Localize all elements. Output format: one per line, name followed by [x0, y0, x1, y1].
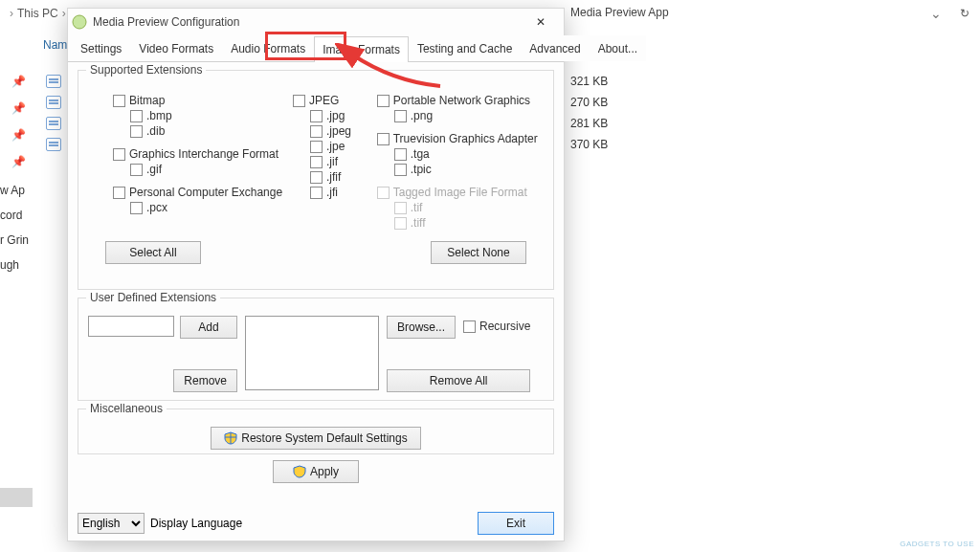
size-cell: 321 KB — [570, 75, 608, 88]
select-all-button[interactable]: Select All — [105, 241, 201, 264]
shield-icon — [293, 465, 306, 478]
exit-button[interactable]: Exit — [478, 512, 554, 535]
file-icon — [46, 117, 61, 130]
format-column-2: JPEG .jpg .jpeg .jpe .jif .jfif .jfi — [293, 94, 360, 232]
group-supported-extensions: Supported Extensions Bitmap .bmp .dib Gr… — [78, 70, 554, 290]
checkbox-bmp[interactable]: .bmp — [130, 109, 276, 122]
language-select[interactable]: English — [78, 513, 145, 534]
checkbox-png[interactable]: .png — [394, 109, 544, 122]
sidebar-item[interactable]: r Grin — [0, 233, 29, 247]
select-none-button[interactable]: Select None — [431, 241, 526, 264]
checkbox-png-group[interactable]: Portable Network Graphics — [377, 94, 544, 107]
checkbox-jfi[interactable]: .jfi — [310, 186, 360, 199]
checkbox-jpeg-group[interactable]: JPEG — [293, 94, 360, 107]
checkbox-pcx[interactable]: .pcx — [130, 201, 276, 214]
expand-icon[interactable]: ⌄ — [930, 6, 942, 21]
sidebar-fragments: w Ap cord r Grin ugh — [0, 184, 29, 272]
format-column-1: Bitmap .bmp .dib Graphics Interchange Fo… — [113, 94, 276, 232]
checkbox-tiff: .tiff — [394, 216, 544, 230]
browse-button[interactable]: Browse... — [387, 316, 456, 339]
restore-defaults-button[interactable]: Restore System Default Settings — [211, 427, 421, 450]
checkbox-gif-group[interactable]: Graphics Interchange Format — [113, 147, 276, 161]
group-miscellaneous: Miscellaneous Restore System Default Set… — [78, 408, 554, 454]
explorer-folder-title: Media Preview App — [570, 6, 669, 19]
tab-about[interactable]: About... — [590, 35, 646, 61]
close-button[interactable]: ✕ — [522, 11, 560, 33]
checkbox-tga-group[interactable]: Truevision Graphics Adapter — [377, 132, 544, 145]
tab-image-formats[interactable]: Image Formats — [314, 36, 409, 62]
tab-strip: Settings Video Formats Audio Formats Ima… — [68, 35, 564, 62]
checkbox-jif[interactable]: .jif — [310, 155, 360, 168]
checkbox-jpg[interactable]: .jpg — [310, 109, 360, 122]
remove-all-button[interactable]: Remove All — [387, 369, 530, 392]
size-cell: 270 KB — [570, 96, 608, 109]
pin-icon: 📌 — [11, 128, 26, 142]
file-row[interactable] — [46, 117, 61, 130]
group-title: Miscellaneous — [86, 402, 167, 415]
checkbox-tga[interactable]: .tga — [394, 147, 544, 161]
tab-audio-formats[interactable]: Audio Formats — [222, 35, 314, 61]
checkbox-tif-group: Tagged Image File Format — [377, 186, 544, 199]
file-row[interactable] — [46, 96, 61, 109]
column-header-name[interactable]: Nam — [43, 38, 67, 52]
file-icon — [46, 96, 61, 109]
checkbox-gif[interactable]: .gif — [130, 163, 276, 176]
chevron-icon: › — [62, 7, 66, 20]
group-title: Supported Extensions — [86, 63, 206, 77]
dialog-title: Media Preview Configuration — [93, 15, 239, 29]
pin-icon: 📌 — [11, 75, 26, 88]
svg-point-0 — [73, 15, 86, 29]
pin-icon: 📌 — [11, 155, 26, 168]
close-icon: ✕ — [536, 15, 546, 29]
dialog-footer: English Display Language Exit — [78, 512, 554, 535]
dialog-titlebar[interactable]: Media Preview Configuration ✕ — [68, 9, 564, 35]
checkbox-bitmap[interactable]: Bitmap — [113, 94, 276, 107]
size-cell: 370 KB — [570, 138, 608, 151]
add-button[interactable]: Add — [180, 316, 237, 339]
checkbox-recursive[interactable]: Recursive — [463, 320, 530, 333]
file-row[interactable] — [46, 75, 61, 88]
refresh-button[interactable]: ↻ — [955, 4, 974, 23]
checkbox-tif: .tif — [394, 201, 544, 214]
checkbox-dib[interactable]: .dib — [130, 124, 276, 138]
display-language-label: Display Language — [150, 517, 242, 530]
watermark: GADGETS TO USE — [900, 540, 974, 548]
app-icon — [72, 14, 87, 30]
file-row[interactable] — [46, 138, 61, 151]
extensions-listbox[interactable] — [245, 316, 379, 390]
checkbox-pcx-group[interactable]: Personal Computer Exchange — [113, 186, 276, 199]
pin-column: 📌 📌 📌 📌 — [11, 75, 26, 168]
tab-advanced[interactable]: Advanced — [521, 35, 589, 61]
tab-video-formats[interactable]: Video Formats — [130, 35, 222, 61]
chevron-icon: › — [10, 7, 13, 20]
remove-button[interactable]: Remove — [173, 369, 237, 392]
size-cell: 281 KB — [570, 117, 608, 130]
checkbox-jfif[interactable]: .jfif — [310, 170, 360, 184]
sidebar-item[interactable]: cord — [0, 209, 29, 222]
shield-icon — [224, 431, 237, 445]
file-icon — [46, 75, 61, 88]
tab-settings[interactable]: Settings — [72, 35, 130, 61]
breadcrumb-this-pc[interactable]: This PC — [17, 7, 58, 20]
refresh-icon: ↻ — [960, 7, 969, 20]
sidebar-item[interactable]: ugh — [0, 258, 29, 272]
extension-input[interactable] — [88, 316, 174, 337]
apply-button[interactable]: Apply — [273, 460, 359, 483]
sidebar-selection — [0, 488, 33, 507]
config-dialog: Media Preview Configuration ✕ Settings V… — [67, 8, 565, 541]
group-user-extensions: User Defined Extensions Add Remove Brows… — [78, 298, 554, 401]
pin-icon: 📌 — [11, 101, 26, 115]
checkbox-jpe[interactable]: .jpe — [310, 140, 360, 153]
checkbox-tpic[interactable]: .tpic — [394, 163, 544, 176]
format-column-3: Portable Network Graphics .png Truevisio… — [377, 94, 544, 232]
tab-testing-cache[interactable]: Testing and Cache — [409, 35, 521, 61]
checkbox-jpeg[interactable]: .jpeg — [310, 124, 360, 138]
file-icon — [46, 138, 61, 151]
group-title: User Defined Extensions — [86, 291, 220, 304]
sidebar-item[interactable]: w Ap — [0, 184, 29, 197]
